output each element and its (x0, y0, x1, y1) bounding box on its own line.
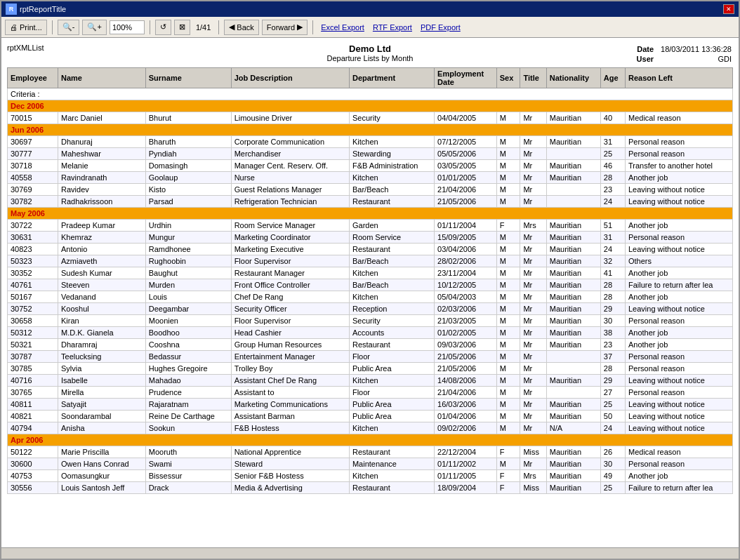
cell-nationality: Mauritian (546, 303, 600, 315)
cell-sex: M (496, 160, 520, 172)
table-row: 30722Pradeep KumarUrdhinRoom Service Man… (8, 220, 733, 232)
user-row: User GDI (637, 55, 732, 63)
cell-dept: Restaurant (349, 244, 434, 255)
cell-name: Azmiaveth (58, 255, 146, 267)
excel-export-button[interactable]: Excel Export (318, 23, 367, 32)
table-row: 30769RavidevKistoGuest Relations Manager… (8, 184, 733, 196)
cell-date: 21/05/2006 (435, 351, 497, 363)
cell-nationality (546, 387, 600, 399)
refresh-button[interactable]: ↺ (155, 20, 171, 35)
close-button[interactable]: ✕ (723, 4, 734, 14)
cell-surname: Pyndiah (145, 148, 231, 160)
report-title: Demo Ltd (249, 44, 491, 54)
cell-title: Mr (520, 363, 546, 375)
table-row: 50122Marie PriscillaMooruthNational Appr… (8, 446, 733, 458)
cell-job: Room Service Manager (231, 220, 349, 232)
table-row: 40811SatyajitRajaratnamMarketing Communi… (8, 399, 733, 411)
section-header-row: Apr 2006 (8, 434, 733, 446)
print-button[interactable]: 🖨 Print... (5, 20, 47, 35)
toolbar-separator-2 (150, 20, 150, 34)
cell-surname: Parsad (145, 196, 231, 208)
cell-surname: Cooshna (145, 339, 231, 351)
cell-name: Maheshwar (58, 148, 146, 160)
table-row: 30777MaheshwarPyndiahMerchandiserSteward… (8, 148, 733, 160)
cell-job: Assistant to (231, 387, 349, 399)
cell-reason: Others (625, 255, 732, 267)
cell-reason: Personal reason (625, 148, 732, 160)
cell-date: 21/05/2006 (435, 196, 497, 208)
cell-name: Mirella (58, 387, 146, 399)
cell-dept: Bar/Beach (349, 184, 434, 196)
cell-name: Dharamraj (58, 339, 146, 351)
cell-reason: Leaving without notice (625, 375, 732, 387)
cell-sex: M (496, 255, 520, 267)
cell-emp: 30718 (8, 160, 58, 172)
cell-title: Mr (520, 339, 546, 351)
cell-nationality: Mauritian (546, 255, 600, 267)
cell-age: 30 (600, 458, 625, 470)
cell-age: 38 (600, 327, 625, 339)
cell-emp: 30787 (8, 351, 58, 363)
cell-name: Dhanuraj (58, 136, 146, 148)
cell-job: Senior F&B Hostess (231, 470, 349, 482)
cell-nationality: Mauritian (546, 291, 600, 303)
cell-reason: Medical reason (625, 112, 732, 124)
cell-age: 28 (600, 279, 625, 291)
cell-emp: 70015 (8, 112, 58, 124)
title-bar-left: R rptReportTitle (6, 4, 66, 15)
cell-date: 21/04/2006 (435, 184, 497, 196)
cell-date: 18/09/2004 (435, 482, 497, 494)
cell-sex: M (496, 327, 520, 339)
cell-dept: F&B Administration (349, 160, 434, 172)
zoom-out-button[interactable]: 🔍- (58, 20, 80, 35)
forward-button[interactable]: Forward ▶ (262, 20, 308, 35)
cell-title: Mr (520, 375, 546, 387)
meta-table: Date 18/03/2011 13:36:28 User GDI (635, 44, 733, 65)
cell-sex: F (496, 446, 520, 458)
cell-name: Radhakrissoon (58, 196, 146, 208)
user-label: User (637, 55, 659, 63)
cell-sex: M (496, 184, 520, 196)
cell-nationality: Mauritian (546, 339, 600, 351)
cell-name: Satyajit (58, 399, 146, 411)
zoom-input[interactable] (110, 20, 145, 34)
cell-nationality: Mauritian (546, 220, 600, 232)
cell-age: 31 (600, 232, 625, 244)
cell-date: 21/04/2006 (435, 387, 497, 399)
cell-job: Media & Advertising (231, 482, 349, 494)
cell-dept: Public Area (349, 399, 434, 411)
cell-reason: Another job (625, 291, 732, 303)
cell-title: Mr (520, 232, 546, 244)
cell-emp: 30769 (8, 184, 58, 196)
cell-date: 15/09/2005 (435, 232, 497, 244)
stop-button[interactable]: ⊠ (174, 20, 190, 35)
cell-emp: 30697 (8, 136, 58, 148)
cell-nationality: Mauritian (546, 267, 600, 279)
col-surname: Surname (145, 68, 231, 88)
cell-title: Miss (520, 482, 546, 494)
zoom-in-button[interactable]: 🔍+ (82, 20, 106, 35)
cell-reason: Failure to return after lea (625, 482, 732, 494)
cell-emp: 50323 (8, 255, 58, 267)
cell-reason: Personal reason (625, 136, 732, 148)
rtf-export-button[interactable]: RTF Export (370, 23, 415, 32)
cell-reason: Leaving without notice (625, 244, 732, 255)
cell-nationality: Mauritian (546, 232, 600, 244)
horizontal-scrollbar[interactable] (1, 547, 739, 559)
cell-reason: Failure to return after lea (625, 279, 732, 291)
cell-emp: 40558 (8, 172, 58, 184)
cell-date: 14/08/2006 (435, 375, 497, 387)
cell-sex: M (496, 244, 520, 255)
cell-title: Mr (520, 411, 546, 422)
cell-age: 32 (600, 255, 625, 267)
cell-nationality: Mauritian (546, 399, 600, 411)
cell-age: 25 (600, 399, 625, 411)
cell-surname: Mahadao (145, 375, 231, 387)
cell-age: 49 (600, 470, 625, 482)
cell-nationality: Mauritian (546, 244, 600, 255)
cell-name: Kooshul (58, 303, 146, 315)
cell-dept: Accounts (349, 327, 434, 339)
cell-surname: Bhurut (145, 112, 231, 124)
back-button[interactable]: ◀ Back (224, 20, 258, 35)
pdf-export-button[interactable]: PDF Export (418, 23, 463, 32)
